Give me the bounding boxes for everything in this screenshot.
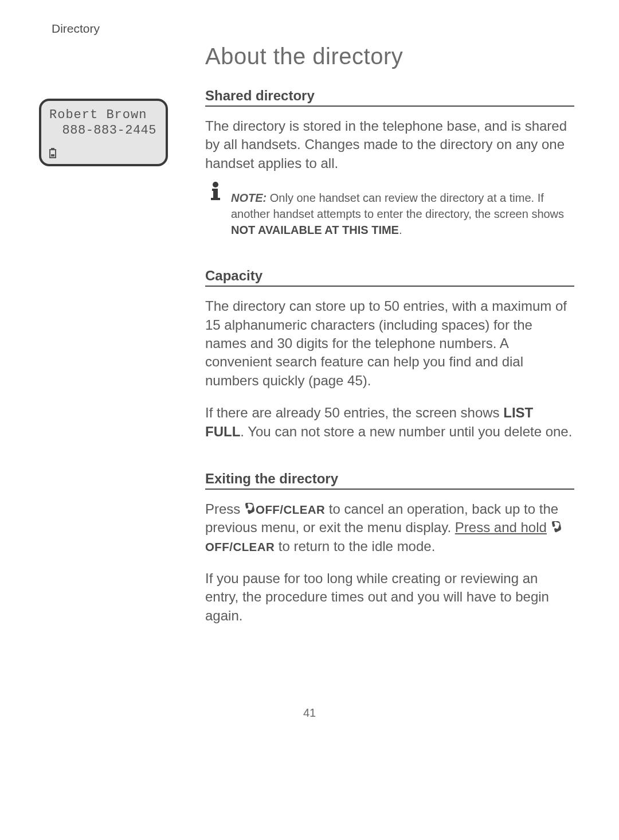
note-block: NOTE: Only one handset can review the di… xyxy=(205,190,574,238)
exiting-p1-d: to return to the idle mode. xyxy=(275,538,435,554)
battery-icon xyxy=(49,148,56,158)
exiting-p2: If you pause for too long while creating… xyxy=(205,569,574,625)
heading-capacity: Capacity xyxy=(205,268,574,287)
capacity-p2-after: . You can not store a new number until y… xyxy=(240,424,572,439)
lcd-contact-name: Robert Brown xyxy=(49,108,158,122)
capacity-p2: If there are already 50 entries, the scr… xyxy=(205,404,574,441)
page-title: About the directory xyxy=(205,44,574,69)
exiting-p1-a: Press xyxy=(205,501,244,517)
press-and-hold: Press and hold xyxy=(455,519,547,535)
exiting-p1-c xyxy=(547,519,551,535)
info-icon xyxy=(205,181,226,201)
capacity-p1: The directory can store up to 50 entries… xyxy=(205,297,574,390)
heading-shared-directory: Shared directory xyxy=(205,88,574,107)
note-label: NOTE: xyxy=(231,192,267,204)
exiting-p1: Press OFF/CLEAR to cancel an operation, … xyxy=(205,500,574,556)
handset-icon xyxy=(244,502,256,515)
note-text-after: . xyxy=(399,224,402,236)
off-clear-label-2: OFF/CLEAR xyxy=(205,541,275,553)
main-content: About the directory Shared directory The… xyxy=(205,44,574,639)
note-bold-text: NOT AVAILABLE AT THIS TIME xyxy=(231,224,399,236)
heading-exiting: Exiting the directory xyxy=(205,471,574,490)
off-clear-label-1: OFF/CLEAR xyxy=(256,503,325,516)
shared-directory-text: The directory is stored in the telephone… xyxy=(205,117,574,173)
page-header-section: Directory xyxy=(52,22,100,36)
note-text-before: Only one handset can review the director… xyxy=(231,192,564,220)
capacity-p2-before: If there are already 50 entries, the scr… xyxy=(205,405,503,420)
svg-rect-2 xyxy=(51,154,54,157)
lcd-screen: Robert Brown 888-883-2445 xyxy=(39,99,168,166)
handset-icon xyxy=(551,520,562,534)
svg-point-3 xyxy=(213,182,218,187)
lcd-contact-number: 888-883-2445 xyxy=(49,123,158,138)
page-number: 41 xyxy=(0,706,619,720)
